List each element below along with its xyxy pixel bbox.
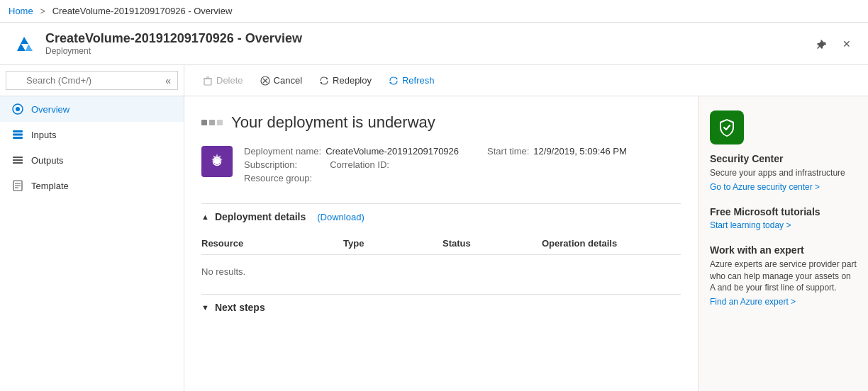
table-header: Resource Type Status Operation details: [201, 238, 681, 255]
deployment-meta-icon: [201, 146, 233, 177]
breadcrumb-bar: Home > CreateVolume-20191209170926 - Ove…: [0, 0, 868, 23]
tutorials-link[interactable]: Start learning today >: [710, 220, 857, 230]
expert-title: Work with an expert: [710, 244, 857, 256]
meta-name-field: Deployment name: CreateVolume-2019120917…: [244, 146, 459, 157]
svg-point-4: [16, 107, 20, 111]
template-icon: [11, 179, 24, 192]
details-toggle-icon: ▲: [201, 212, 209, 221]
tutorials-title: Free Microsoft tutorials: [710, 206, 857, 217]
title-left: CreateVolume-20191209170926 - Overview D…: [11, 31, 302, 57]
cancel-icon: [260, 76, 270, 86]
close-icon: ✕: [842, 38, 851, 50]
sidebar-item-label-inputs: Inputs: [31, 130, 56, 140]
sidebar-item-label-outputs: Outputs: [31, 155, 64, 166]
sidebar-item-template[interactable]: Template: [0, 173, 184, 198]
expert-section: Work with an expert Azure experts are se…: [710, 244, 857, 307]
next-steps-toggle-icon: ▼: [201, 303, 209, 312]
breadcrumb-sep: >: [40, 6, 45, 16]
search-box: 🔍 «: [0, 65, 184, 96]
breadcrumb-current: CreateVolume-20191209170926 - Overview: [52, 6, 233, 16]
meta-row-1: Deployment name: CreateVolume-2019120917…: [244, 146, 681, 157]
meta-details: Deployment name: CreateVolume-2019120917…: [244, 146, 681, 186]
meta-correlation-field: Correlation ID:: [330, 159, 394, 170]
next-steps-header[interactable]: ▼ Next steps: [201, 294, 681, 320]
sidebar-item-label-template: Template: [31, 181, 69, 191]
pin-button[interactable]: [811, 34, 831, 54]
svg-rect-7: [13, 137, 23, 139]
close-button[interactable]: ✕: [837, 34, 857, 54]
delete-button[interactable]: Delete: [196, 72, 250, 89]
title-actions: ✕: [811, 34, 857, 54]
expert-link[interactable]: Find an Azure expert >: [710, 297, 857, 307]
deployment-header: Your deployment is underway: [201, 113, 681, 132]
page-title: CreateVolume-20191209170926 - Overview: [45, 31, 302, 46]
security-center-title: Security Center: [710, 153, 857, 164]
redeploy-icon: [319, 76, 329, 86]
svg-rect-6: [13, 134, 23, 136]
meta-subscription-field: Subscription:: [244, 159, 301, 170]
content-main: Your deployment is underway: [184, 96, 868, 391]
toolbar: Delete Cancel Redeploy Refresh: [184, 65, 868, 96]
sidebar-item-label-overview: Overview: [31, 104, 69, 115]
security-center-link[interactable]: Go to Azure security center >: [710, 182, 857, 192]
tutorials-section: Free Microsoft tutorials Start learning …: [710, 206, 857, 230]
page-subtitle: Deployment: [45, 46, 302, 56]
title-text: CreateVolume-20191209170926 - Overview D…: [45, 31, 302, 56]
sidebar: 🔍 « Overview Inputs: [0, 65, 184, 391]
deployment-icon: [208, 152, 226, 171]
security-center-icon: [710, 110, 744, 144]
svg-rect-5: [13, 130, 23, 132]
refresh-button[interactable]: Refresh: [382, 72, 442, 89]
deployment-details-title: Deployment details: [215, 211, 306, 222]
meta-starttime-field: Start time: 12/9/2019, 5:09:46 PM: [487, 146, 627, 157]
expert-desc: Azure experts are service provider part …: [710, 259, 857, 294]
meta-resourcegroup-field: Resource group:: [244, 173, 316, 183]
azure-logo-icon: [11, 31, 37, 57]
spinner-icon: [201, 120, 223, 125]
search-input[interactable]: [6, 71, 178, 90]
next-steps-title: Next steps: [215, 302, 265, 313]
search-wrapper: 🔍 «: [6, 71, 178, 90]
col-resource-header: Resource: [201, 238, 343, 249]
deployment-details-header[interactable]: ▲ Deployment details (Download): [201, 203, 681, 230]
svg-rect-15: [204, 79, 211, 85]
redeploy-button[interactable]: Redeploy: [312, 72, 379, 89]
svg-rect-9: [13, 159, 23, 161]
breadcrumb-home[interactable]: Home: [9, 6, 33, 16]
collapse-icon: «: [165, 75, 171, 86]
content-area: Delete Cancel Redeploy Refresh: [184, 65, 868, 391]
download-link[interactable]: (Download): [317, 212, 364, 222]
right-panel: Security Center Secure your apps and inf…: [698, 96, 868, 391]
inputs-icon: [11, 128, 24, 141]
delete-icon: [203, 76, 213, 86]
deployment-meta: Deployment name: CreateVolume-2019120917…: [201, 146, 681, 186]
col-type-header: Type: [343, 238, 443, 249]
security-center-section: Security Center Secure your apps and inf…: [710, 153, 857, 192]
svg-rect-10: [13, 162, 23, 164]
cancel-button[interactable]: Cancel: [253, 72, 309, 89]
no-results-label: No results.: [201, 261, 681, 283]
sidebar-collapse-button[interactable]: «: [165, 75, 171, 86]
svg-rect-8: [13, 157, 23, 158]
shield-icon: [717, 118, 737, 137]
meta-row-3: Resource group:: [244, 173, 681, 183]
col-ops-header: Operation details: [542, 238, 681, 249]
col-status-header: Status: [443, 238, 542, 249]
meta-row-2: Subscription: Correlation ID:: [244, 159, 681, 170]
outputs-icon: [11, 154, 24, 166]
overview-icon: [11, 103, 24, 115]
sidebar-item-outputs[interactable]: Outputs: [0, 147, 184, 173]
refresh-icon: [389, 76, 399, 86]
deployment-status-title: Your deployment is underway: [231, 113, 435, 132]
sidebar-item-inputs[interactable]: Inputs: [0, 122, 184, 147]
title-bar: CreateVolume-20191209170926 - Overview D…: [0, 23, 868, 65]
main-layout: 🔍 « Overview Inputs: [0, 65, 868, 391]
sidebar-nav: Overview Inputs Outputs Template: [0, 96, 184, 391]
security-center-desc: Secure your apps and infrastructure: [710, 167, 857, 179]
sidebar-item-overview[interactable]: Overview: [0, 96, 184, 122]
content-scroll: Your deployment is underway: [184, 96, 698, 391]
